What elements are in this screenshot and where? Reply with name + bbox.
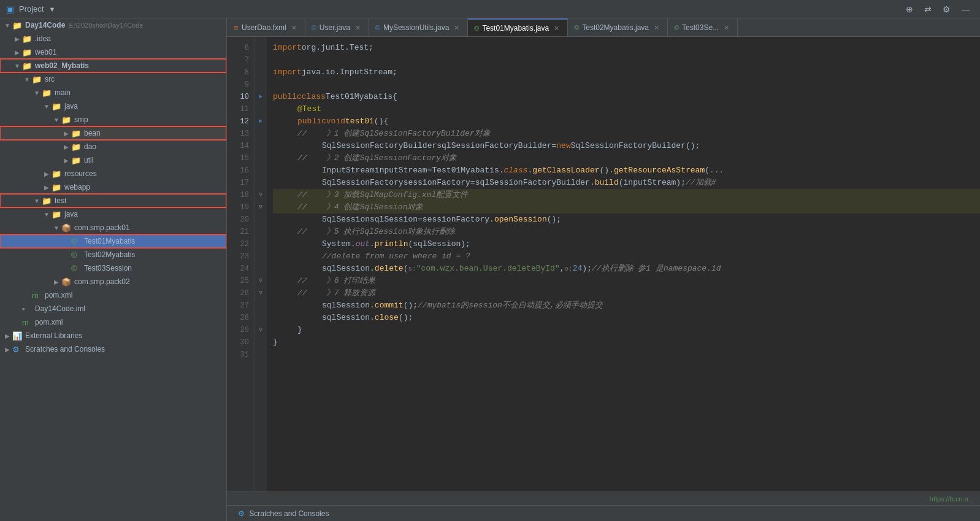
settings-button[interactable]: ⚙ — [939, 3, 954, 15]
sidebar-item-bean[interactable]: ▶ 📁 bean — [0, 126, 226, 140]
classname: SqlSession — [322, 214, 370, 226]
gutter-22 — [255, 238, 267, 250]
classname: SqlSessionFactoryBuilder — [322, 140, 437, 152]
sidebar-item-label: bean — [84, 129, 101, 137]
code-line-17: SqlSessionFactory sessionFactory = sqlSe… — [273, 177, 980, 189]
method-name: test01 — [345, 115, 374, 128]
gutter-10[interactable]: ▶ — [255, 91, 267, 103]
op: = — [470, 177, 475, 189]
code-line-15: // 》2 创建SqlSessionFactory对象 — [273, 152, 980, 164]
gutter-26[interactable]: ▽ — [255, 287, 267, 299]
gutter-19[interactable]: ▽ — [255, 201, 267, 214]
sidebar-item-label: pom.xml — [45, 291, 72, 299]
tab-mysessionutils[interactable]: © MySessionUtils.java ✕ — [369, 18, 468, 37]
keyword: import — [273, 42, 302, 54]
code-line-20: SqlSession sqlSession = sessionFactory.o… — [273, 214, 980, 226]
sidebar-item-main[interactable]: ▼ 📁 main — [0, 86, 226, 99]
gutter-29[interactable]: ▽ — [255, 324, 267, 336]
sidebar-item-util[interactable]: ▶ 📁 util — [0, 153, 226, 167]
method: openSession — [494, 214, 547, 226]
sidebar-item-pom2[interactable]: m pom.xml — [0, 315, 226, 329]
sidebar-item-test-java[interactable]: ▼ 📁 java — [0, 207, 226, 221]
tab-userjava[interactable]: © User.java ✕ — [305, 18, 369, 37]
gutter-12[interactable]: ▶ — [255, 115, 267, 128]
tab-label: Test02Myabatis.java — [582, 23, 649, 32]
tab-test02myabatis[interactable]: © Test02Myabatis.java ✕ — [568, 18, 668, 37]
sidebar-item-web01[interactable]: ▶ 📁 web01 — [0, 45, 226, 59]
code-line-25: // 》6 打印结果 — [273, 275, 980, 287]
sidebar-item-web02mybatis[interactable]: ▼ 📁 web02_Mybatis — [0, 59, 226, 72]
tab-close-button[interactable]: ✕ — [353, 23, 362, 33]
sidebar-item-label: src — [45, 75, 55, 83]
expand-arrow: ▼ — [22, 76, 32, 83]
sidebar-item-pom1[interactable]: m pom.xml — [0, 288, 226, 302]
comment: // 》6 打印结果 — [297, 275, 375, 287]
scratch-icon: ⚙ — [12, 345, 23, 354]
sidebar-item-test03session[interactable]: © Test03Session — [0, 261, 226, 275]
folder-icon: 📁 — [61, 115, 72, 125]
status-bar: https://b.cn:n... — [227, 492, 980, 505]
sidebar-item-java[interactable]: ▼ 📁 java — [0, 99, 226, 113]
sidebar-item-test[interactable]: ▼ 📁 test — [0, 194, 226, 207]
sidebar-item-test02myabatis[interactable]: © Test02Myabatis — [0, 248, 226, 261]
sidebar-item-label: Test03Session — [84, 264, 132, 272]
punct: . — [370, 312, 375, 324]
sidebar-content: ▼ 📁 Day14Code E:\2020shixi\Day14Code ▶ 📁… — [0, 18, 226, 521]
sidebar-item-idea[interactable]: ▶ 📁 .idea — [0, 32, 226, 45]
layout-button[interactable]: ⇄ — [921, 3, 935, 15]
punct: (); — [399, 312, 413, 324]
classname: SqlSessionFactoryBuilder — [571, 140, 686, 152]
comment: // 》4 创建SqlSession对象 — [297, 201, 423, 214]
punct: ( — [408, 238, 413, 250]
sidebar-item-dao[interactable]: ▶ 📁 dao — [0, 140, 226, 153]
line-num-23: 23 — [227, 250, 254, 263]
sidebar-item-scratches[interactable]: ▶ ⚙ Scratches and Consoles — [0, 342, 226, 356]
sidebar-item-label: com.smp.pack02 — [74, 277, 130, 286]
sidebar-item-src[interactable]: ▼ 📁 src — [0, 72, 226, 86]
sidebar-item-test01myabatis[interactable]: © Test01Myabatis — [0, 234, 226, 248]
punct: (){ — [374, 115, 388, 128]
expand-arrow: ▶ — [61, 157, 71, 164]
gutter-31 — [255, 349, 267, 361]
line-num-14: 14 — [227, 140, 254, 152]
keyword: public — [273, 91, 302, 103]
scratches-tab[interactable]: ⚙ Scratches and Consoles — [233, 508, 334, 519]
classname: Test01Myabatis — [432, 164, 499, 177]
tab-userdao[interactable]: ≋ UserDao.fxml ✕ — [227, 18, 305, 37]
sidebar-item-resources[interactable]: ▶ 📁 resources — [0, 167, 226, 180]
comment: //delete from user where id = ? — [322, 250, 470, 263]
sidebar-item-pack02[interactable]: ▶ 📦 com.smp.pack02 — [0, 275, 226, 288]
gutter-25[interactable]: ▽ — [255, 275, 267, 287]
line-num-17: 17 — [227, 177, 254, 189]
folder-icon: 📁 — [42, 88, 53, 98]
tab-close-button[interactable]: ✕ — [722, 23, 731, 33]
xml-icon: ≋ — [233, 24, 239, 32]
minimize-button[interactable]: — — [958, 3, 974, 15]
tab-close-button[interactable]: ✕ — [552, 24, 561, 33]
line-num-19: 19 — [227, 201, 254, 214]
sidebar-item-day14code[interactable]: ▼ 📁 Day14Code E:\2020shixi\Day14Code — [0, 18, 226, 32]
gutter-15 — [255, 152, 267, 164]
sidebar-item-webapp[interactable]: ▶ 📁 webapp — [0, 180, 226, 194]
punct: . — [351, 238, 356, 250]
code-content[interactable]: import org.junit.Test; import java.io.In… — [267, 37, 980, 492]
add-content-button[interactable]: ⊕ — [902, 3, 917, 15]
sidebar-item-extlibs[interactable]: ▶ 📊 External Libraries — [0, 329, 226, 342]
tab-close-button[interactable]: ✕ — [652, 23, 661, 33]
code-line-27: sqlSession.commit();//mybatis的session不会自… — [273, 299, 980, 312]
tab-close-button[interactable]: ✕ — [289, 23, 299, 33]
expand-arrow: ▶ — [12, 36, 22, 42]
folder-icon: 📁 — [12, 21, 23, 30]
gutter-18[interactable]: ▽ — [255, 189, 267, 201]
sidebar-item-pack01[interactable]: ▼ 📦 com.smp.pack01 — [0, 221, 226, 234]
sidebar-item-iml[interactable]: ▪ Day14Code.iml — [0, 302, 226, 315]
tab-test03session[interactable]: © Test03Se... ✕ — [668, 18, 738, 37]
tab-close-button[interactable]: ✕ — [452, 23, 461, 33]
tab-test01myabatis[interactable]: © Test01Myabatis.java ✕ — [468, 18, 568, 37]
line-num-8: 8 — [227, 66, 254, 79]
op: = — [427, 164, 432, 177]
punct: ; — [369, 42, 373, 54]
sidebar-item-smp[interactable]: ▼ 📁 smp — [0, 113, 226, 126]
gutter-23 — [255, 250, 267, 263]
expand-arrow: ▶ — [42, 171, 52, 177]
